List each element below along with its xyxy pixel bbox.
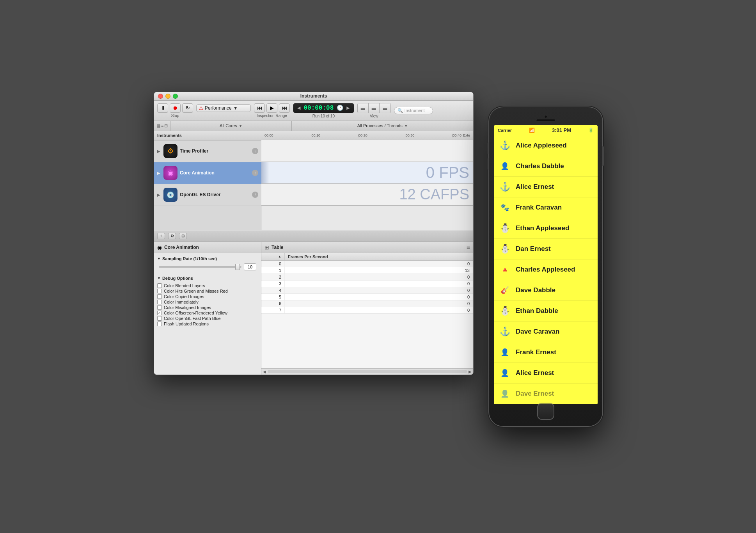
checkbox-color-blended[interactable] [157, 283, 162, 288]
contact-item-7[interactable]: 🎸 Dave Dabble [494, 280, 598, 301]
play-button[interactable]: ▶ [266, 103, 277, 113]
triangle-down-icon: ▼ [157, 257, 161, 261]
triangle-down-icon: ▼ [157, 276, 161, 280]
scene: Instruments ⏸ ⏺ ↻ Stop ⚠ Performance ▼ S… [154, 92, 602, 426]
cores-filter[interactable]: All Cores ▼ [170, 121, 292, 131]
expand-icon[interactable]: ▶ [157, 193, 161, 197]
tick-1: |00:10 [311, 133, 320, 137]
contact-item-9[interactable]: ⚓ Dave Caravan [494, 322, 598, 342]
sampling-value[interactable]: 10 [244, 263, 256, 270]
target-dropdown[interactable]: ⚠ Performance ▼ [196, 104, 251, 112]
data-table: ▲ Frames Per Second 0 0 1 13 2 0 [261, 253, 473, 368]
iphone-screen: Carrier 📶 3:01 PM 🔋 ⚓ Alice Appleseed 👤 … [494, 125, 598, 404]
sampling-slider[interactable] [159, 266, 241, 268]
contact-name-5: Dan Ernest [516, 245, 551, 253]
search-box[interactable]: 🔍 Instrument [394, 107, 433, 114]
opengl-info-btn[interactable]: i [252, 192, 258, 198]
view-btn-3[interactable]: ▬ [380, 103, 390, 113]
opengl-track-row: 12 CAFPS [261, 184, 473, 206]
checkbox-color-copied[interactable] [157, 294, 162, 299]
power-button[interactable] [602, 146, 604, 166]
cell-index-1: 1 [261, 267, 285, 274]
table-row: 7 0 [261, 307, 473, 314]
time-profiler-track-row [261, 140, 473, 162]
toolbar-view-section: ▬ ▬ ▬ View [357, 103, 391, 118]
contact-item-5[interactable]: ⛄ Dan Ernest [494, 239, 598, 259]
checkbox-color-immediately[interactable] [157, 300, 162, 304]
expand-btn[interactable]: ⊞ [179, 233, 187, 239]
next-frame-button[interactable]: ⏭ [279, 103, 290, 113]
cell-value-0: 0 [285, 261, 473, 267]
sampling-rate-label: Sampling Rate (1/10th sec) [162, 256, 217, 261]
expand-icon[interactable]: ▶ [157, 171, 161, 175]
toolbar-timer-section: ◀ 00:00:08 🕐 ▶ Run 10 of 10 [293, 103, 354, 118]
contact-item-11[interactable]: 👤 Alice Ernest [494, 363, 598, 384]
table-header-bar: ⊞ Table ≡ [261, 242, 473, 253]
scroll-track[interactable] [268, 370, 467, 373]
contact-item-3[interactable]: 🐾 Frank Caravan [494, 197, 598, 218]
checkbox-color-opengl[interactable] [157, 316, 162, 321]
contact-item-2[interactable]: ⚓ Alice Ernest [494, 177, 598, 197]
checkbox-flash-regions[interactable] [157, 322, 162, 326]
debug-options-toggle[interactable]: ▼ Debug Options [157, 276, 258, 281]
sampling-slider-row: 10 [157, 263, 258, 270]
detail-right: ⊞ Table ≡ ▲ Frames Per Second 0 0 [261, 242, 473, 375]
expand-icon[interactable]: ▶ [157, 149, 161, 153]
toolbar-stop-section: ⏸ ⏺ ↻ Stop [157, 103, 193, 118]
minimize-button[interactable] [165, 94, 170, 99]
contact-name-9: Dave Caravan [516, 328, 559, 336]
slider-thumb [235, 264, 240, 270]
debug-label-1: Color Hits Green and Misses Red [164, 289, 228, 293]
contact-item-6[interactable]: 🔺 Charles Appleseed [494, 259, 598, 280]
cell-value-5: 0 [285, 294, 473, 300]
core-animation-info-btn[interactable]: i [252, 170, 258, 176]
scroll-left-btn[interactable]: ◀ [263, 370, 266, 374]
refresh-button[interactable]: ↻ [182, 103, 193, 113]
timer-left-icon[interactable]: ◀ [297, 105, 300, 111]
timer-right-icon[interactable]: ▶ [346, 105, 350, 111]
run-label: Run 10 of 10 [312, 114, 335, 118]
checkbox-color-hits[interactable] [157, 289, 162, 293]
settings-btn[interactable]: ⚙ [168, 233, 176, 239]
contact-item-4[interactable]: ⛄ Ethan Appleseed [494, 218, 598, 239]
fps-display: 0 FPS [426, 164, 469, 181]
scroll-right-btn[interactable]: ▶ [469, 370, 472, 374]
record-button[interactable]: ⏺ [170, 103, 181, 113]
prev-frame-button[interactable]: ⏮ [254, 103, 265, 113]
table-row: 4 0 [261, 287, 473, 294]
volume-up-button[interactable] [488, 142, 489, 154]
avatar-5: ⛄ [498, 242, 512, 256]
maximize-button[interactable] [173, 94, 178, 99]
checkbox-color-offscreen[interactable] [157, 311, 162, 315]
instrument-row-core-animation: ▶ ◉ Core Animation i 0 FPS [154, 162, 473, 184]
col-header-index: ▲ [261, 253, 285, 260]
inspection-controls: ⏮ ▶ ⏭ [254, 103, 290, 113]
home-button[interactable] [537, 403, 554, 420]
view-btn-1[interactable]: ▬ [358, 103, 369, 113]
carrier-label: Carrier [498, 128, 512, 133]
scrollbar-area: ◀ ▶ [261, 368, 473, 375]
timer-display: ◀ 00:00:08 🕐 ▶ [293, 103, 354, 113]
iphone: Carrier 📶 3:01 PM 🔋 ⚓ Alice Appleseed 👤 … [489, 107, 602, 426]
time-profiler-info-btn[interactable]: i [252, 148, 258, 154]
contact-item-12[interactable]: 👤 Dave Ernest [494, 384, 598, 404]
volume-down-button[interactable] [488, 158, 489, 170]
checkbox-color-misaligned[interactable] [157, 305, 162, 310]
animation-icon: ◉ [167, 169, 174, 177]
table-menu-icon[interactable]: ≡ [467, 244, 470, 251]
contact-item-1[interactable]: 👤 Charles Dabble [494, 156, 598, 177]
inspection-range-label: Inspection Range [257, 114, 287, 118]
view-btn-2[interactable]: ▬ [369, 103, 380, 113]
contact-item-0[interactable]: ⚓ Alice Appleseed [494, 135, 598, 156]
contact-item-10[interactable]: 👤 Frank Ernest [494, 342, 598, 363]
sampling-rate-toggle[interactable]: ▼ Sampling Rate (1/10th sec) [157, 256, 258, 261]
threads-filter[interactable]: All Processes / Threads ▼ [292, 121, 473, 131]
add-instrument-btn[interactable]: + [157, 233, 165, 239]
contact-item-8[interactable]: ⛄ Ethan Dabble [494, 301, 598, 322]
close-button[interactable] [158, 94, 163, 99]
filter-bar: ▦ ≡ ⊞ All Cores ▼ All Processes / Thread… [154, 121, 473, 131]
cell-value-4: 0 [285, 287, 473, 293]
pause-button[interactable]: ⏸ [157, 103, 168, 113]
sort-up-icon[interactable]: ▲ [278, 255, 281, 258]
core-animation-name: Core Animation [180, 170, 250, 176]
